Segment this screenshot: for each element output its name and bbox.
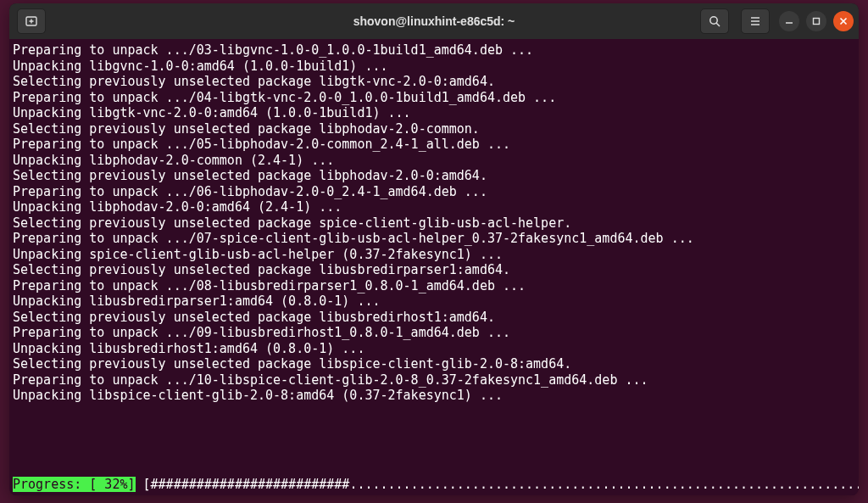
terminal-area[interactable]: Preparing to unpack .../03-libgvnc-1.0-0…: [9, 39, 859, 495]
maximize-button[interactable]: [806, 11, 826, 31]
svg-line-4: [716, 23, 720, 26]
svg-rect-9: [814, 19, 820, 25]
svg-point-3: [710, 17, 717, 24]
new-tab-button[interactable]: [17, 8, 46, 34]
close-button[interactable]: [833, 11, 854, 31]
maximize-icon: [812, 17, 821, 25]
new-tab-icon: [25, 14, 38, 28]
hamburger-icon: [748, 14, 762, 28]
progress-line: Progress: [ 32%] [######################…: [13, 477, 855, 496]
search-icon: [708, 14, 721, 28]
search-button[interactable]: [700, 8, 729, 34]
close-icon: [839, 17, 848, 25]
terminal-window: shovon@linuxhint-e86c5d: ~ Preparing to …: [9, 3, 859, 495]
titlebar: shovon@linuxhint-e86c5d: ~: [9, 3, 859, 39]
progress-label: Progress: [ 32%]: [13, 477, 136, 492]
progress-bar: [##########################.............…: [143, 477, 859, 492]
minimize-button[interactable]: [779, 11, 799, 31]
minimize-icon: [785, 17, 793, 25]
terminal-output: Preparing to unpack .../03-libgvnc-1.0-0…: [13, 42, 855, 477]
menu-button[interactable]: [741, 8, 770, 34]
